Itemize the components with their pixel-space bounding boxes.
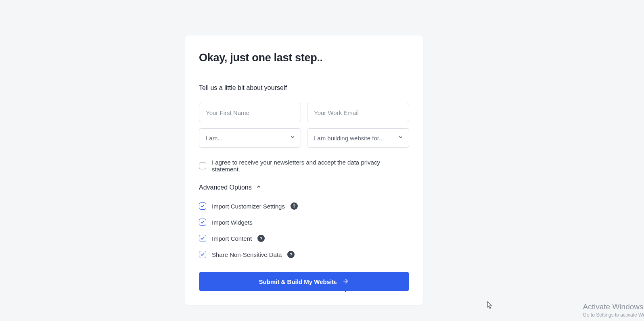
help-icon[interactable]: ?: [287, 251, 295, 258]
input-row-2: I am... I am building website for...: [199, 128, 409, 148]
work-email-input[interactable]: [307, 103, 409, 122]
option-import-content: Import Content ?: [199, 235, 409, 242]
import-customizer-label: Import Customizer Settings: [212, 203, 285, 210]
share-data-label: Share Non-Sensitive Data: [212, 251, 282, 258]
chevron-up-icon: [256, 184, 261, 191]
help-icon[interactable]: ?: [291, 202, 298, 210]
consent-row: I agree to receive your newsletters and …: [199, 159, 409, 173]
import-customizer-checkbox[interactable]: [199, 202, 206, 210]
consent-label: I agree to receive your newsletters and …: [212, 159, 409, 173]
watermark-line2: Go to Settings to activate Wi: [583, 312, 644, 318]
role-select[interactable]: I am...: [199, 128, 301, 148]
share-data-checkbox[interactable]: [199, 251, 206, 258]
import-content-checkbox[interactable]: [199, 235, 206, 242]
watermark-line1: Activate Windows: [583, 302, 644, 311]
advanced-options-toggle[interactable]: Advanced Options: [199, 184, 409, 191]
form-card: Okay, just one last step.. Tell us a lit…: [185, 35, 423, 305]
advanced-options-label: Advanced Options: [199, 184, 252, 191]
consent-checkbox[interactable]: [199, 162, 206, 169]
page-title: Okay, just one last step..: [199, 52, 409, 64]
import-content-label: Import Content: [212, 235, 252, 242]
option-import-customizer: Import Customizer Settings ?: [199, 202, 409, 210]
option-import-widgets: Import Widgets: [199, 219, 409, 226]
windows-activation-watermark: Activate Windows Go to Settings to activ…: [583, 302, 644, 318]
input-row-1: [199, 103, 409, 122]
cursor-icon: [487, 301, 493, 311]
help-icon[interactable]: ?: [257, 235, 265, 242]
arrow-right-icon: [342, 277, 349, 286]
import-widgets-checkbox[interactable]: [199, 219, 206, 226]
submit-button[interactable]: Submit & Build My Website: [199, 272, 409, 291]
option-share-data: Share Non-Sensitive Data ?: [199, 251, 409, 258]
role-select-wrap: I am...: [199, 128, 301, 148]
import-widgets-label: Import Widgets: [212, 219, 253, 226]
first-name-input[interactable]: [199, 103, 301, 122]
building-for-select-wrap: I am building website for...: [307, 128, 409, 148]
submit-button-label: Submit & Build My Website: [259, 278, 337, 285]
building-for-select[interactable]: I am building website for...: [307, 128, 409, 148]
form-subtitle: Tell us a little bit about yourself: [199, 84, 409, 92]
